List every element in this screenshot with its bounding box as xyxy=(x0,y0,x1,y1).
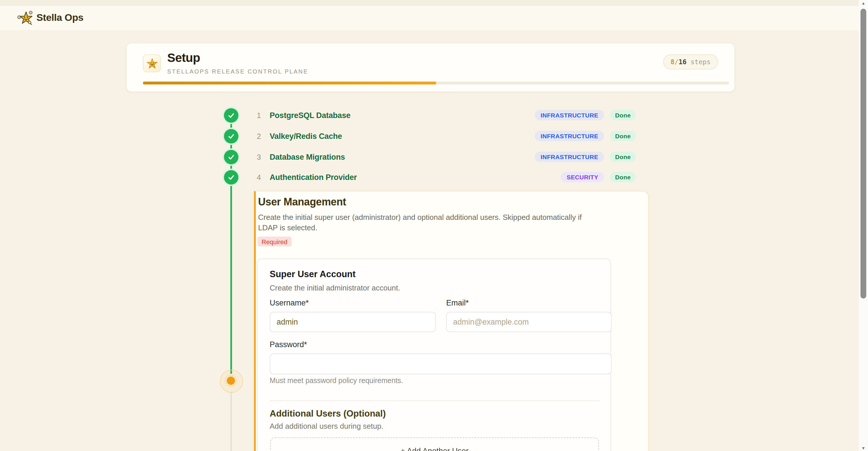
setup-mascot-icon xyxy=(143,54,161,72)
steps-total-count: 16 xyxy=(679,58,687,66)
email-field[interactable] xyxy=(446,312,612,332)
step-title: Valkey/Redis Cache xyxy=(270,132,535,140)
category-badge: SECURITY xyxy=(561,172,604,182)
required-badge: Required xyxy=(257,237,291,247)
super-user-panel: Super User Account Create the initial ad… xyxy=(257,259,611,451)
step-check-circle xyxy=(224,129,239,143)
scrollbar-thumb[interactable] xyxy=(861,9,866,298)
status-badge: Done xyxy=(610,110,636,120)
step-row-valkey-redis[interactable]: 2 Valkey/Redis Cache INFRASTRUCTURE Done xyxy=(255,130,636,142)
status-badge: Done xyxy=(610,152,636,162)
additional-users-heading: Additional Users (Optional) xyxy=(270,409,386,419)
super-user-description: Create the initial administrator account… xyxy=(270,284,400,292)
setup-card: Setup STELLAOPS RELEASE CONTROL PLANE 8/… xyxy=(126,43,735,92)
step-number: 2 xyxy=(255,132,261,140)
status-badge: Done xyxy=(610,172,636,182)
category-badge: INFRASTRUCTURE xyxy=(535,110,604,120)
password-hint: Must meet password policy requirements. xyxy=(270,377,403,385)
step-number: 3 xyxy=(255,153,261,161)
gear-icon: ⚙ xyxy=(28,10,33,15)
app-header: ⚙ ⚙ Stella Ops xyxy=(0,6,868,30)
progress-fill xyxy=(143,82,436,84)
step-number: 1 xyxy=(255,111,261,120)
steps-counter-badge: 8/16 steps xyxy=(663,54,718,69)
add-another-user-button[interactable]: + Add Another User xyxy=(270,438,599,451)
scroll-up-arrow-icon[interactable]: ▲ xyxy=(859,1,868,5)
step-row-auth-provider[interactable]: 4 Authentication Provider SECURITY Done xyxy=(255,171,636,184)
setup-progress-track xyxy=(143,82,729,84)
status-badge: Done xyxy=(610,131,636,141)
category-badge: INFRASTRUCTURE xyxy=(535,131,604,141)
steps-label: steps xyxy=(691,58,711,66)
step-check-circle xyxy=(224,108,239,123)
check-icon xyxy=(227,112,235,119)
current-step-indicator xyxy=(220,370,243,393)
step-title: PostgreSQL Database xyxy=(270,111,535,120)
step-title: Authentication Provider xyxy=(270,173,561,182)
step-check-circle xyxy=(224,170,239,185)
steps-separator: / xyxy=(675,58,679,66)
step-title: Database Migrations xyxy=(270,153,535,161)
stellaops-logo-icon[interactable]: ⚙ ⚙ xyxy=(19,10,34,26)
app-title: Stella Ops xyxy=(36,12,83,24)
step-check-circle xyxy=(224,150,239,164)
scroll-down-arrow-icon[interactable]: ▼ xyxy=(859,446,868,450)
scrollbar[interactable]: ▲ ▼ xyxy=(859,0,868,451)
section-divider xyxy=(270,400,599,401)
steps-done-count: 8 xyxy=(671,58,675,66)
super-user-heading: Super User Account xyxy=(270,269,355,280)
category-badge: INFRASTRUCTURE xyxy=(535,152,604,162)
check-icon xyxy=(227,153,235,161)
step-number: 4 xyxy=(255,173,261,182)
email-label: Email* xyxy=(446,298,469,307)
setup-title: Setup xyxy=(167,51,200,65)
timeline-line-upcoming xyxy=(230,392,232,451)
setup-subtitle: STELLAOPS RELEASE CONTROL PLANE xyxy=(167,68,308,75)
user-management-card: User Management Create the initial super… xyxy=(254,191,649,451)
username-field[interactable] xyxy=(270,312,436,332)
section-title: User Management xyxy=(258,196,346,208)
check-icon xyxy=(227,173,235,181)
step-row-db-migrations[interactable]: 3 Database Migrations INFRASTRUCTURE Don… xyxy=(255,151,636,163)
current-step-dot xyxy=(227,377,235,385)
password-label: Password* xyxy=(270,340,307,349)
gear-icon: ⚙ xyxy=(17,15,22,20)
section-description: Create the initial super user (administr… xyxy=(258,212,593,233)
password-field[interactable] xyxy=(270,354,612,374)
additional-users-description: Add additional users during setup. xyxy=(270,422,383,430)
username-label: Username* xyxy=(270,298,309,307)
step-row-postgresql[interactable]: 1 PostgreSQL Database INFRASTRUCTURE Don… xyxy=(255,109,636,122)
app-window: ⚙ ⚙ Stella Ops xyxy=(0,0,868,451)
page-content: Setup STELLAOPS RELEASE CONTROL PLANE 8/… xyxy=(0,30,861,451)
check-icon xyxy=(227,132,235,140)
